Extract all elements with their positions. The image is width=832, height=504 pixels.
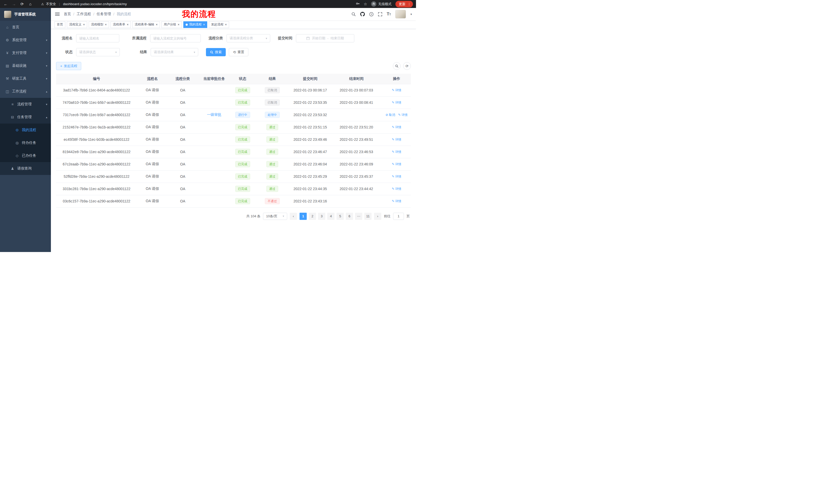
bookmark-star-icon[interactable]: ☆ (364, 2, 367, 6)
start-process-button[interactable]: + 发起流程 (56, 62, 81, 70)
close-icon[interactable]: × (156, 23, 158, 26)
help-icon[interactable]: ? (369, 12, 373, 17)
sidebar-item-process-mgmt[interactable]: ≡流程管理▾ (0, 98, 51, 111)
sidebar-toggle-icon[interactable] (55, 12, 60, 16)
font-size-icon[interactable]: TT (387, 11, 391, 17)
row-action-detail[interactable]: ✎详情 (398, 113, 408, 117)
tab-user-group[interactable]: 用户分组× (161, 21, 182, 28)
tab-process-definition[interactable]: 流程定义× (67, 21, 87, 28)
toggle-search-button[interactable] (393, 62, 400, 70)
avatar-caret-down-icon[interactable]: ▾ (410, 12, 412, 16)
browser-home-icon[interactable]: ⌂ (28, 2, 33, 6)
process-name-input[interactable] (76, 34, 119, 43)
actions-cell: ✎详情 (382, 121, 411, 133)
breadcrumb-item[interactable]: 任务管理 (97, 12, 111, 17)
table-header-row: 编号流程名流程分类当前审批任务状态结果提交时间结束时间操作 (56, 74, 411, 84)
forward-icon[interactable]: → (11, 2, 17, 6)
tab-process-form-edit[interactable]: 流程表单-编辑× (132, 21, 160, 28)
page-button[interactable]: 6 (346, 213, 353, 220)
refresh-table-button[interactable]: ⟳ (403, 62, 411, 70)
current-task-link[interactable]: 一级审批 (207, 113, 222, 117)
sidebar-item-done-tasks[interactable]: ◇已办任务 (0, 149, 51, 162)
tab-start-process[interactable]: 发起流程× (209, 21, 229, 28)
sidebar-item-workflow[interactable]: ◫工作流程▴ (0, 85, 51, 98)
sidebar-item-home[interactable]: ⌂首页 (0, 21, 51, 34)
row-action-detail[interactable]: ✎详情 (392, 88, 401, 92)
github-icon[interactable] (360, 12, 365, 17)
filter-row-2: 状态 请选择状态 ▾ 结果 请选择流结果 ▾ 搜索 (56, 48, 411, 56)
tab-process-form[interactable]: 流程表单× (110, 21, 131, 28)
process-name-label: 流程名 (56, 36, 73, 40)
update-button[interactable]: 更新 ⋮ (395, 1, 413, 7)
tab-my-process[interactable]: 我的流程× (183, 21, 207, 28)
close-icon[interactable]: × (105, 23, 107, 26)
actions-cell: ✎详情 (382, 96, 411, 109)
sidebar-item-todo-tasks[interactable]: ◎待办任务 (0, 136, 51, 149)
next-page-button[interactable]: › (374, 213, 381, 220)
status-select[interactable]: 请选择状态 ▾ (76, 48, 120, 56)
prev-page-button[interactable]: ‹ (290, 213, 297, 220)
process-id-cell: 331bc281-7b9a-11ec-a290-acde48001122 (56, 183, 137, 195)
row-action-detail[interactable]: ✎详情 (392, 137, 401, 142)
tab-label: 流程表单 (113, 22, 125, 27)
user-avatar[interactable] (395, 10, 406, 19)
row-action-detail[interactable]: ✎详情 (392, 174, 401, 179)
process-name-cell: OA 请假 (137, 195, 167, 207)
row-action-detail[interactable]: ✎详情 (392, 199, 401, 203)
row-action-cancel[interactable]: ⊘取消 (385, 113, 395, 117)
row-action-detail[interactable]: ✎详情 (392, 162, 401, 166)
sidebar-item-leave-query[interactable]: ♟请假查询 (0, 162, 51, 175)
result-cell: 通过 (255, 158, 290, 170)
password-key-icon[interactable] (356, 2, 360, 6)
page-button[interactable]: 11 (364, 213, 371, 220)
page-button[interactable]: 3 (318, 213, 325, 220)
page-button[interactable]: 2 (309, 213, 316, 220)
row-action-detail[interactable]: ✎详情 (392, 187, 401, 191)
header-search-icon[interactable] (352, 12, 356, 17)
category-select[interactable]: 请选择流程分类 ▾ (227, 34, 270, 43)
goto-page-input[interactable] (393, 213, 404, 220)
tab-process-model[interactable]: 流程模型× (89, 21, 109, 28)
page-button[interactable]: 1 (300, 213, 307, 220)
row-action-detail[interactable]: ✎详情 (392, 101, 401, 105)
sidebar-item-payment[interactable]: ¥支付管理▾ (0, 47, 51, 59)
date-range-picker[interactable]: 开始日期 - 结束日期 (296, 34, 354, 43)
close-icon[interactable]: × (127, 23, 129, 26)
table-row: 67c2eaab-7b9a-11ec-a290-acde48001122OA 请… (56, 158, 411, 170)
row-action-detail[interactable]: ✎详情 (392, 150, 401, 154)
sidebar-item-devtools[interactable]: ⚒研发工具▾ (0, 72, 51, 85)
breadcrumb-item[interactable]: 首页 (64, 12, 71, 17)
sidebar-item-infrastructure[interactable]: ▤基础设施▾ (0, 59, 51, 72)
back-icon[interactable]: ← (3, 2, 8, 6)
close-icon[interactable]: × (203, 23, 205, 26)
reset-button[interactable]: ⟲ 重置 (229, 48, 249, 56)
page-button[interactable]: 5 (337, 213, 344, 220)
breadcrumb-item[interactable]: 工作流程 (77, 12, 91, 17)
page-size-select[interactable]: 10条/页 ▾ (263, 213, 287, 220)
start-process-label: 发起流程 (64, 64, 77, 68)
browser-menu-icon[interactable]: ⋮ (408, 2, 411, 6)
chevron-down-icon: ▾ (46, 64, 47, 67)
fullscreen-icon[interactable] (378, 12, 382, 17)
sidebar-item-my-process[interactable]: ⊙我的流程 (0, 123, 51, 136)
close-icon[interactable]: × (225, 23, 227, 26)
sidebar-item-task-mgmt[interactable]: ⊟任务管理▴ (0, 111, 51, 123)
result-select[interactable]: 请选择流结果 ▾ (151, 48, 198, 56)
table-body: 3ad174fb-7b9d-11ec-8404-acde48001122OA 请… (56, 84, 411, 207)
sidebar: 芋道管理系统 ⌂首页⚙系统管理▾¥支付管理▾▤基础设施▾⚒研发工具▾◫工作流程▴… (0, 8, 51, 252)
row-action-detail[interactable]: ✎详情 (392, 125, 401, 130)
sidebar-item-system[interactable]: ⚙系统管理▾ (0, 34, 51, 47)
reload-icon[interactable]: ⟳ (20, 2, 25, 6)
tab-home[interactable]: 首页 (54, 21, 65, 28)
close-icon[interactable]: × (178, 23, 179, 26)
sidebar-logo[interactable]: 芋道管理系统 (0, 8, 51, 21)
status-badge: 已完成 (235, 124, 250, 131)
definition-input[interactable] (150, 34, 201, 43)
close-icon[interactable]: × (83, 23, 85, 26)
process-name-input-field[interactable] (79, 36, 116, 40)
search-button[interactable]: 搜索 (206, 48, 226, 56)
page-button[interactable]: 4 (327, 213, 335, 220)
definition-input-field[interactable] (153, 36, 198, 40)
date-end-placeholder: 结束日期 (331, 36, 344, 40)
address-bar[interactable]: ⚠ 不安全 | dashboard.yudao.iocoder.cn/bpm/t… (41, 2, 356, 6)
